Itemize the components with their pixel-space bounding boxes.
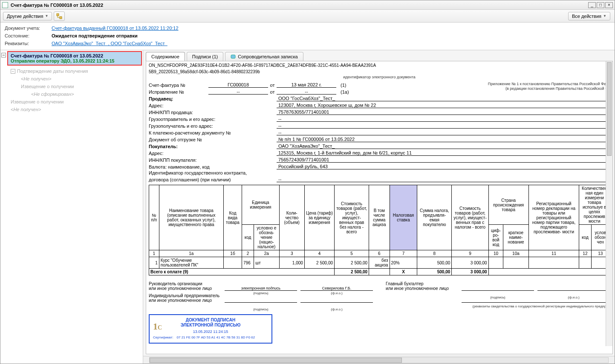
col-header: Сумма налога, предъявля- емая покупателю: [417, 185, 452, 250]
tree-item[interactable]: Извещение о получении: [11, 83, 142, 90]
collapse-icon[interactable]: −: [11, 69, 15, 74]
signatures-block: Руководитель организации или иное уполно…: [149, 279, 610, 308]
col-num: 10: [488, 250, 503, 257]
cell: [223, 257, 242, 269]
maximize-button[interactable]: □: [597, 2, 604, 8]
appendix-note: Приложение № 1 к постановлению Правитель…: [488, 82, 608, 91]
horizontal-scrollbar[interactable]: [149, 357, 609, 363]
stamp-header: ДОКУМЕНТ ПОДПИСАН: [153, 318, 268, 323]
tree-item[interactable]: <Не получен>: [11, 106, 142, 113]
field-label: ИНН/КПП продавца:: [149, 110, 277, 115]
chevron-down-icon: ▼: [45, 14, 48, 18]
tab-signatures[interactable]: Подписи (1): [187, 52, 223, 61]
cell: 796: [242, 257, 254, 269]
tree-label: Извещение о получении: [11, 99, 64, 104]
col-header: код: [242, 225, 254, 250]
field-value: --: [208, 89, 268, 95]
col-num: 10а: [503, 250, 528, 257]
col-num: 6: [369, 250, 390, 257]
tree-pane: − Счет-фактура № ГС000018 от 13.05.2022 …: [0, 50, 143, 364]
field-label: Адрес:: [149, 103, 277, 108]
close-button[interactable]: ×: [605, 2, 613, 8]
doc-link[interactable]: Счет-фактура выданный ГС000018 от 13.05.…: [52, 26, 179, 31]
doc-id-caption: идентификатор электронного документа: [149, 75, 610, 79]
cell: Всего к оплате (9): [149, 269, 335, 275]
col-header: № п/п: [149, 185, 159, 250]
sign-value: электронная подпись: [241, 286, 281, 290]
state-label: Состояние:: [5, 33, 52, 38]
col-header: Наименование товара (описание выполненны…: [159, 185, 223, 250]
field-note: (1а): [336, 89, 349, 95]
sign-label: или иное уполномоченное лицо: [149, 298, 221, 303]
items-table: № п/п Наименование товара (описание выпо…: [149, 185, 610, 275]
all-actions-button[interactable]: Все действия ▼: [568, 12, 610, 20]
tree-item[interactable]: <Не сформирован>: [11, 90, 142, 98]
req-link[interactable]: ОАО "ХозАвиаЭко"_Тест_, ООО "ГосСнабХоз"…: [52, 41, 167, 46]
sign-label: или иное уполномоченное лицо: [386, 286, 458, 291]
total-row: Всего к оплате (9) 2 500,00 X 500,00 3 0…: [149, 269, 610, 275]
sign-under: (подпись): [462, 295, 534, 299]
tree-item[interactable]: −Подтверждение даты получения: [11, 67, 142, 75]
chevron-down-icon: ▼: [603, 14, 606, 18]
sign-label: или иное уполномоченное лицо: [149, 286, 221, 291]
field-label: Покупатель:: [149, 144, 277, 149]
other-actions-button[interactable]: Другие действия ▼: [3, 12, 52, 20]
tree-root-node[interactable]: Счет-фактура № ГС000018 от 13.05.2022 От…: [7, 51, 142, 66]
cell: 20%: [390, 257, 417, 269]
1c-logo-icon: 1C: [153, 321, 162, 332]
cell: 3 000,00: [452, 257, 488, 269]
stamp-header: ЭЛЕКТРОННОЙ ПОДПИСЬЮ: [153, 323, 268, 328]
col-num: 1: [149, 250, 159, 257]
scrollbar-thumb[interactable]: [150, 358, 402, 363]
col-header: условно е обозна- чение (нацио- нальное): [254, 225, 279, 250]
col-num: 8: [417, 250, 452, 257]
document-icon: [2, 2, 8, 8]
note-icon: [231, 54, 236, 59]
field-value: --: [277, 123, 610, 129]
sign-value: Северилова Г.Б.: [322, 286, 351, 290]
col-header: Единица измерения: [242, 185, 279, 225]
tab-note[interactable]: Сопроводительная записка: [225, 52, 303, 61]
col-num: 5: [335, 250, 369, 257]
col-num: 2: [242, 250, 254, 257]
cell: 2 500,00: [335, 257, 369, 269]
tree-item[interactable]: Извещение о получении: [11, 98, 142, 106]
sign-label: Индивидуальный предприниматель: [149, 293, 221, 298]
field-value: --: [277, 177, 610, 182]
appendix-line: (в редакции постановления Правительства …: [488, 86, 608, 91]
cell: 500,00: [417, 269, 452, 275]
col-header: Код вида товара: [223, 185, 242, 250]
hierarchy-icon: [56, 13, 62, 19]
all-actions-label: Все действия: [572, 14, 601, 19]
field-value: ГС000018: [208, 82, 268, 88]
field-label: Валюта: наименование, код: [149, 164, 277, 169]
collapse-icon[interactable]: −: [1, 53, 6, 57]
sign-label: Руководитель организации: [149, 281, 221, 286]
svg-rect-1: [60, 17, 62, 19]
doc-label: Документ учета:: [5, 26, 52, 31]
cell: [488, 269, 609, 275]
field-value: 123007, Москва г, Хорошевское ш, дом № 2…: [277, 103, 610, 108]
header-info: Документ учета: Счет-фактура выданный ГС…: [0, 23, 615, 50]
cell: 1: [149, 257, 159, 269]
col-num: 2а: [254, 250, 279, 257]
doc-id-line: ON_NSCHFDOPPR_2AE93F310E4-D1B2-4F20-AF86…: [149, 62, 610, 69]
field-value: --: [277, 130, 610, 135]
tree-icon-button[interactable]: [54, 11, 65, 21]
sign-label: Главный бухгалтер: [386, 281, 458, 286]
tab-label: Подписи (1): [192, 54, 218, 59]
field-label: К платежно-расчетному документу №: [149, 130, 277, 135]
tab-content[interactable]: Содержимое: [146, 52, 185, 61]
minimize-button[interactable]: _: [588, 2, 596, 8]
tree-label: <Не получен>: [11, 107, 41, 112]
doc-fields: Счет-фактура №ГС000018от13 мая 2022 г.(1…: [149, 81, 610, 182]
document-viewport[interactable]: ON_NSCHFDOPPR_2AE93F310E4-D1B2-4F20-AF86…: [146, 61, 613, 354]
field-value: № п/п 1 № ГС000006 от 13.05.2022: [277, 137, 610, 142]
col-num: 1а: [159, 250, 223, 257]
field-value: 125315, Москва г, 1-й Балтийский пер, до…: [277, 150, 610, 156]
scrollbar-thumb[interactable]: [607, 62, 612, 156]
state-value: Ожидается подтверждение отправки: [52, 33, 138, 38]
vertical-scrollbar[interactable]: [606, 61, 612, 346]
tree-label: Извещение о получении: [21, 84, 74, 89]
tree-item[interactable]: <Не получен>: [11, 75, 142, 83]
